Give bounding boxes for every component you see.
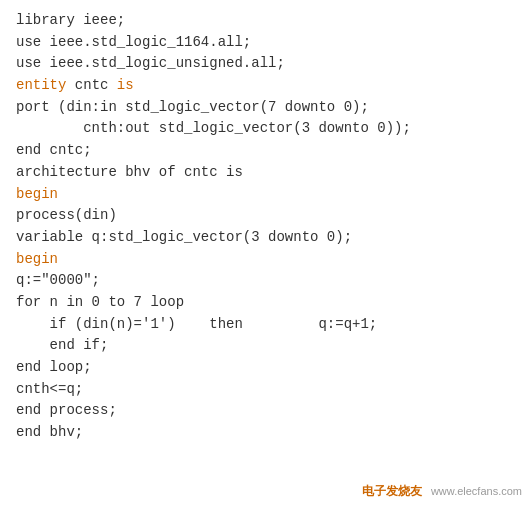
- code-container: library ieee; use ieee.std_logic_1164.al…: [0, 0, 530, 506]
- code-line-19: end process;: [16, 400, 514, 422]
- code-line-7: end cntc;: [16, 140, 514, 162]
- code-line-9: begin: [16, 184, 514, 206]
- code-line-20: end bhv;: [16, 422, 514, 444]
- code-line-2: use ieee.std_logic_1164.all;: [16, 32, 514, 54]
- code-line-3: use ieee.std_logic_unsigned.all;: [16, 53, 514, 75]
- watermark-logo: 电子发烧友: [362, 484, 422, 498]
- code-line-6: cnth:out std_logic_vector(3 downto 0));: [16, 118, 514, 140]
- code-line-12: begin: [16, 249, 514, 271]
- code-line-1: library ieee;: [16, 10, 514, 32]
- watermark: 电子发烧友 www.elecfans.com: [362, 483, 522, 500]
- code-line-14: for n in 0 to 7 loop: [16, 292, 514, 314]
- code-line-17: end loop;: [16, 357, 514, 379]
- code-line-4: entity cntc is: [16, 75, 514, 97]
- code-line-8: architecture bhv of cntc is: [16, 162, 514, 184]
- watermark-url: www.elecfans.com: [431, 485, 522, 497]
- code-line-16: end if;: [16, 335, 514, 357]
- code-line-5: port (din:in std_logic_vector(7 downto 0…: [16, 97, 514, 119]
- code-line-18: cnth<=q;: [16, 379, 514, 401]
- code-line-15: if (din(n)='1') then q:=q+1;: [16, 314, 514, 336]
- code-line-10: process(din): [16, 205, 514, 227]
- code-line-13: q:="0000";: [16, 270, 514, 292]
- code-line-11: variable q:std_logic_vector(3 downto 0);: [16, 227, 514, 249]
